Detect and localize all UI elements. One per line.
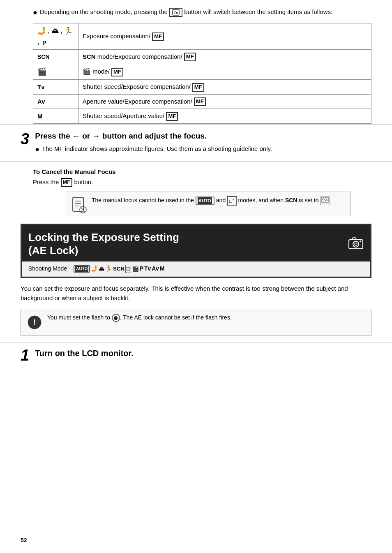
sport-icon-strip: 🏃 [105, 265, 112, 273]
warning-icon-svg: ! [27, 313, 42, 331]
step3-content: Press the ← or → button and adjust the f… [35, 131, 371, 155]
flash-icon-inline: ⊛ [112, 314, 120, 322]
m-mode-label: M [37, 113, 43, 120]
ae-desc-text: You can set the exposure and focus separ… [21, 285, 348, 301]
warning-text: You must set the flash to ⊛. The AE lock… [47, 313, 232, 322]
table-row: Tv Shutter speed/Exposure compensation/ … [33, 80, 371, 94]
table-row: 🤳 , ⛰ , 🏃 , P Exposure compensation/ MF [33, 23, 371, 49]
desc-row4: Shutter speed/Exposure compensation/ MF [78, 80, 371, 94]
table-row: SCN SCN mode/Exposure compensation/ MF [33, 49, 371, 64]
warning-icon: ! [27, 313, 42, 331]
auto-mode-badge: AUTO [74, 265, 90, 273]
portrait-icon-strip: 🤳 [91, 265, 98, 273]
step3-section: 3 Press the ← or → button and adjust the… [0, 125, 392, 162]
step3-bullet: ● The MF indicator shows approximate fig… [35, 144, 371, 155]
ae-lock-modes: Shooting Mode AUTO 🤳 ⛰ 🏃 SCN □ 🎬 P Tv Av… [22, 261, 370, 277]
svg-line-10 [323, 199, 325, 201]
desc-row3: 🎬 mode/ MF [78, 64, 371, 80]
ae-lock-camera-icon [348, 236, 364, 252]
note-text: The manual focus cannot be used in the A… [92, 196, 332, 206]
step1-section: 1 Turn on the LCD monitor. [0, 342, 392, 369]
desc-row1: Exposure compensation/ MF [78, 23, 371, 49]
svg-rect-16 [353, 238, 356, 240]
top-section: ● Depending on the shooting mode, pressi… [0, 0, 392, 125]
cancel-title: To Cancel the Manual Focus [33, 167, 371, 176]
tv-mode-label: Tv [37, 83, 45, 90]
mode-icons-row1: 🤳 , ⛰ , 🏃 , P [37, 26, 74, 46]
warning-box: ! You must set the flash to ⊛. The AE lo… [21, 309, 371, 336]
tv-strip: Tv [144, 265, 151, 273]
table-row: Av Aperture value/Exposure compensation/… [33, 94, 371, 109]
func-button-icon: Fn [172, 9, 180, 16]
svg-point-15 [355, 243, 357, 245]
auto-badge: AUTO [196, 197, 214, 205]
intro-text: Depending on the shooting mode, pressing… [40, 7, 332, 17]
desc-row2: SCN mode/Exposure compensation/ MF [78, 49, 371, 64]
page: ● Depending on the shooting mode, pressi… [0, 0, 392, 553]
step3-number: 3 [21, 131, 29, 147]
ae-lock-section: Locking the Exposure Setting (AE Lock) S… [21, 224, 371, 278]
ae-lock-header: Locking the Exposure Setting (AE Lock) [22, 225, 370, 261]
svg-point-14 [353, 241, 359, 247]
landscape-icon-strip: ⛰ [99, 265, 104, 273]
movie-mode-icon: 🎬 [37, 67, 46, 76]
note-box: The manual focus cannot be used in the A… [66, 192, 351, 216]
table-row: 🎬 🎬 mode/ MF [33, 64, 371, 80]
m-strip: M [160, 265, 165, 273]
ae-lock-title-line2: (AE Lock) [28, 244, 179, 257]
ae-lock-title-line1: Locking the Exposure Setting [28, 231, 179, 244]
step1-number: 1 [21, 347, 29, 363]
ae-lock-title: Locking the Exposure Setting (AE Lock) [28, 231, 179, 257]
note-icon-svg [72, 197, 87, 213]
svg-point-17 [360, 241, 361, 242]
step3-title: Press the ← or → button and adjust the f… [35, 131, 371, 141]
shooting-mode-label: Shooting Mode [28, 265, 67, 273]
av-mode-label: Av [37, 98, 45, 105]
desc-row6: Shutter speed/Aperture value/ MF [78, 109, 371, 123]
step1-title: Turn on the LCD monitor. [35, 347, 134, 359]
mode-table: 🤳 , ⛰ , 🏃 , P Exposure compensation/ MF [33, 23, 371, 123]
cancel-text: Press the MF button. [33, 178, 371, 187]
cancel-section: To Cancel the Manual Focus Press the MF … [0, 162, 392, 216]
svg-rect-2 [73, 197, 83, 211]
page-number: 52 [21, 537, 27, 545]
scn-mode-label: SCN [37, 53, 50, 60]
intro-bullet: ● Depending on the shooting mode, pressi… [33, 7, 371, 17]
step3-bullet-text: The MF indicator shows approximate figur… [42, 144, 272, 153]
note-icon [72, 197, 87, 212]
modes-strip: AUTO 🤳 ⛰ 🏃 SCN □ 🎬 P Tv Av M [74, 265, 164, 273]
bullet-dot: ● [33, 8, 37, 17]
av-strip: Av [152, 265, 159, 273]
svg-line-11 [325, 199, 327, 201]
p-strip: P [140, 265, 143, 273]
ae-description: You can set the exposure and focus separ… [0, 278, 392, 309]
table-row: M Shutter speed/Aperture value/ MF [33, 109, 371, 123]
svg-line-9 [322, 199, 323, 200]
scn-strip: SCN [113, 265, 124, 273]
svg-text:Fn: Fn [174, 11, 178, 15]
svg-text:!: ! [33, 318, 36, 327]
camera-icon-svg [348, 236, 364, 250]
rect-icon-strip: □ [125, 265, 131, 273]
mf-inline-label: MF [61, 178, 73, 187]
movie-strip: 🎬 [132, 265, 139, 273]
step3-bullet-dot: ● [35, 144, 39, 155]
scn-landscape-icon [321, 197, 329, 203]
desc-row5: Aperture value/Exposure compensation/ MF [78, 94, 371, 109]
svg-line-12 [327, 199, 328, 201]
